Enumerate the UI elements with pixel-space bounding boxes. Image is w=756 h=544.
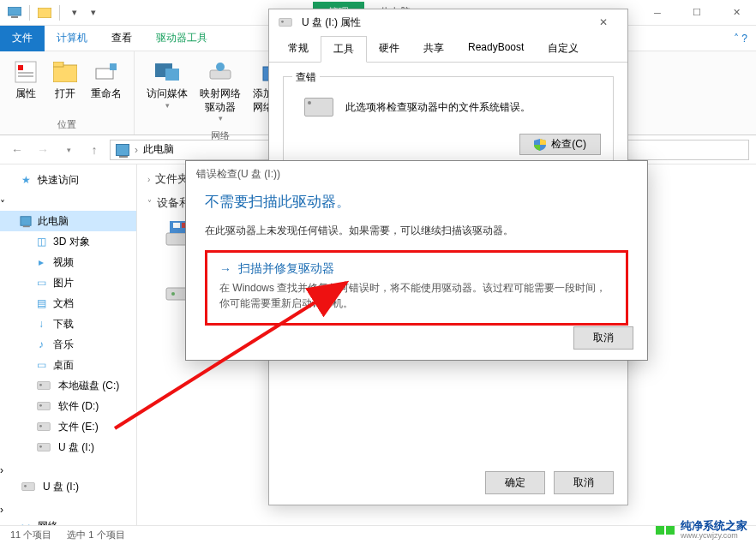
error-text: 在此驱动器上未发现任何错误。如果需要，可以继续扫描该驱动器。 [205, 224, 628, 238]
svg-rect-6 [18, 75, 33, 77]
tab-file[interactable]: 文件 [0, 26, 45, 51]
nav-recent-button[interactable]: ▾ [58, 140, 79, 160]
close-button[interactable]: ✕ [717, 0, 756, 26]
sidebar-item-drive-c[interactable]: 本地磁盘 (C:) [0, 375, 136, 396]
sidebar-item-downloads[interactable]: ↓下载 [0, 314, 136, 334]
svg-rect-8 [53, 62, 63, 67]
arrow-right-icon: → [219, 262, 231, 276]
pc-icon [116, 144, 129, 156]
svg-rect-0 [8, 7, 21, 15]
pc-icon [21, 216, 32, 225]
sidebar-item-drive-e[interactable]: 文件 (E:) [0, 416, 136, 437]
sidebar-item-drive-d[interactable]: 软件 (D:) [0, 396, 136, 416]
error-check-group: 查错 此选项将检查驱动器中的文件系统错误。 检查(C) [283, 76, 614, 168]
dialog-title: U 盘 (I:) 属性 [302, 15, 361, 30]
sidebar-item-desktop[interactable]: ▭桌面 [0, 355, 136, 375]
tab-drive-tools[interactable]: 驱动器工具 [144, 26, 219, 51]
sidebar-this-pc[interactable]: 此电脑 [0, 211, 136, 231]
maximize-button[interactable]: ☐ [677, 0, 717, 26]
status-count: 11 个项目 [10, 529, 51, 541]
sidebar-item-3d[interactable]: ◫3D 对象 [0, 231, 136, 252]
chevron-down-icon: ˅ [147, 199, 152, 208]
document-icon: ▤ [34, 296, 48, 310]
network-icon: ⊶ [19, 519, 33, 525]
access-media-button[interactable]: 访问媒体▾ [141, 55, 193, 114]
drive-icon [21, 482, 34, 491]
svg-rect-12 [165, 69, 179, 81]
cancel-button[interactable]: 取消 [573, 326, 633, 350]
expand-icon[interactable]: ˅ [0, 199, 5, 211]
drive-icon [37, 402, 50, 410]
dialog-title: 错误检查(U 盘 (I:)) [186, 161, 647, 187]
sidebar-item-documents[interactable]: ▤文档 [0, 293, 136, 314]
error-heading: 不需要扫描此驱动器。 [205, 192, 628, 212]
picture-icon: ▭ [34, 276, 48, 290]
error-check-dialog: 错误检查(U 盘 (I:)) 不需要扫描此驱动器。 在此驱动器上未发现任何错误。… [185, 160, 648, 361]
check-button[interactable]: 检查(C) [519, 134, 601, 155]
expand-icon[interactable]: › [0, 504, 3, 516]
tab-general[interactable]: 常规 [276, 36, 321, 63]
sidebar-removable[interactable]: U 盘 (I:) [0, 476, 136, 497]
map-drive-button[interactable]: 映射网络 驱动器▾ [195, 55, 246, 128]
qat-folder-icon[interactable] [37, 5, 52, 21]
svg-rect-2 [38, 8, 51, 18]
cancel-button[interactable]: 取消 [554, 471, 614, 494]
qat-dropdown-icon[interactable]: ▾ [86, 5, 101, 21]
logo-icon [655, 525, 675, 535]
svg-point-23 [171, 292, 175, 296]
svg-rect-7 [53, 65, 77, 82]
nav-back-button[interactable]: ← [7, 140, 27, 160]
sidebar: ★快速访问 ˅此电脑 ◫3D 对象 ▸视频 ▭图片 ▤文档 ↓下载 ♪音乐 ▭桌… [0, 164, 137, 525]
tab-custom[interactable]: 自定义 [536, 36, 591, 63]
drive-icon [37, 422, 50, 431]
drive-icon [279, 18, 291, 27]
svg-point-14 [216, 63, 225, 71]
dialog-close-button[interactable]: ✕ [586, 12, 621, 33]
tab-computer[interactable]: 计算机 [45, 26, 99, 51]
cube-icon: ◫ [34, 235, 48, 248]
group-label: 查错 [292, 70, 320, 85]
rename-button[interactable]: 重命名 [86, 55, 127, 105]
properties-button[interactable]: 属性 [7, 55, 45, 105]
sidebar-quick-access[interactable]: ★快速访问 [0, 170, 136, 190]
open-button[interactable]: 打开 [46, 55, 84, 105]
svg-rect-20 [173, 223, 180, 228]
ribbon-expand-icon[interactable]: ˄ ? [734, 33, 756, 45]
qat-properties-icon[interactable]: ▾ [67, 5, 82, 21]
tab-hardware[interactable]: 硬件 [367, 36, 411, 63]
ribbon-group-location: 位置 [57, 117, 76, 133]
scan-repair-option[interactable]: →扫描并修复驱动器 在 Windows 查找并修复任何错误时，将不能使用驱动器。… [205, 250, 628, 326]
minimize-button[interactable]: ─ [638, 0, 677, 26]
check-description: 此选项将检查驱动器中的文件系统错误。 [345, 100, 531, 115]
scan-description: 在 Windows 查找并修复任何错误时，将不能使用驱动器。该过程可能需要一段时… [219, 280, 614, 311]
nav-forward-button[interactable]: → [33, 140, 53, 160]
dialog-titlebar: U 盘 (I:) 属性 ✕ [269, 9, 627, 35]
tab-tools[interactable]: 工具 [321, 36, 367, 63]
tab-sharing[interactable]: 共享 [411, 36, 456, 63]
tab-readyboost[interactable]: ReadyBoost [456, 36, 536, 63]
svg-rect-1 [11, 16, 18, 18]
ok-button[interactable]: 确定 [485, 471, 545, 494]
chevron-right-icon: › [147, 175, 150, 184]
watermark: 纯净系统之家 www.ycwjzy.com [655, 520, 747, 541]
expand-icon[interactable]: › [0, 464, 3, 476]
drive-icon [37, 381, 50, 390]
shield-icon [534, 139, 546, 151]
tab-view[interactable]: 查看 [99, 26, 144, 51]
sidebar-network[interactable]: ⊶网络 [0, 516, 136, 525]
drive-icon [37, 443, 50, 451]
svg-rect-5 [18, 72, 33, 74]
star-icon: ★ [19, 173, 33, 187]
breadcrumb[interactable]: 此电脑 [143, 142, 174, 157]
sidebar-item-pictures[interactable]: ▭图片 [0, 272, 136, 293]
music-icon: ♪ [34, 338, 48, 351]
sidebar-item-drive-i[interactable]: U 盘 (I:) [0, 437, 136, 457]
statusbar: 11 个项目 选中 1 个项目 [0, 525, 756, 544]
download-icon: ↓ [34, 317, 48, 331]
nav-up-button[interactable]: ↑ [84, 140, 105, 160]
sidebar-item-music[interactable]: ♪音乐 [0, 334, 136, 355]
svg-rect-10 [110, 63, 117, 70]
sidebar-item-videos[interactable]: ▸视频 [0, 252, 136, 272]
svg-rect-4 [18, 65, 23, 70]
app-icon [7, 5, 22, 21]
